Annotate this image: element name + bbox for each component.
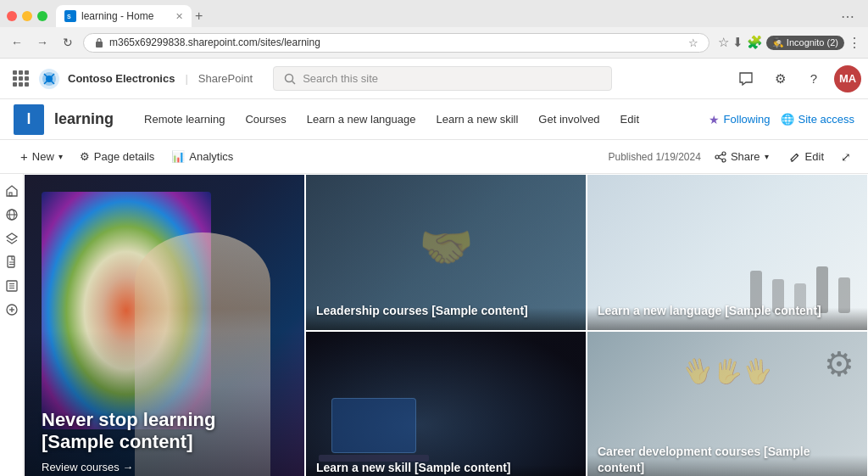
- hero-leadership-title: Leadership courses [Sample content]: [316, 304, 528, 317]
- nav-edit[interactable]: Edit: [610, 99, 649, 140]
- hero-leadership-overlay: Leadership courses [Sample content]: [306, 293, 586, 330]
- site-access-button[interactable]: 🌐 Site access: [781, 113, 854, 126]
- browser-toolbar-icons: ☆ ⬇ 🧩 🕵 Incognito (2) ⋮: [718, 35, 861, 51]
- search-placeholder: Search this site: [303, 72, 378, 85]
- hero-main-link[interactable]: Review courses →: [42, 461, 133, 473]
- forward-button[interactable]: →: [32, 32, 53, 53]
- svg-text:S: S: [67, 14, 71, 20]
- conversation-icon[interactable]: [732, 65, 760, 92]
- sidebar-layers-icon[interactable]: [2, 228, 22, 249]
- search-bar[interactable]: Search this site: [273, 66, 612, 91]
- new-tab-button[interactable]: +: [195, 9, 203, 23]
- hero-career-item[interactable]: ⚙ 🖐 🖐 🖐 Career development courses [Samp…: [587, 331, 868, 476]
- nav-get-involved[interactable]: Get involved: [528, 99, 609, 140]
- hero-career-title: Career development courses [Sample conte…: [598, 445, 810, 475]
- hero-skill-title: Learn a new skill [Sample content]: [316, 461, 511, 474]
- svg-line-7: [292, 81, 296, 84]
- svg-line-11: [719, 154, 722, 156]
- close-button-dot[interactable]: [7, 11, 17, 21]
- settings-icon[interactable]: ⚙: [766, 65, 793, 92]
- address-bar-icons: ☆: [688, 36, 698, 49]
- tab-favicon: S: [64, 10, 76, 22]
- hero-main-title: Never stop learning [Sample content]: [42, 409, 287, 453]
- tab-title: learning - Home: [81, 10, 153, 22]
- active-tab[interactable]: S learning - Home ✕: [56, 5, 192, 27]
- sidebar-home-icon[interactable]: [2, 181, 22, 201]
- help-icon[interactable]: ?: [800, 65, 827, 92]
- menu-icon[interactable]: ⋮: [848, 35, 861, 51]
- svg-point-10: [715, 155, 719, 159]
- secure-icon: [94, 37, 104, 48]
- expand-button[interactable]: ⤢: [837, 147, 854, 167]
- hero-career-overlay: Career development courses [Sample conte…: [587, 434, 867, 476]
- laptop-deco: [331, 398, 416, 453]
- site-title: learning: [54, 110, 114, 128]
- back-button[interactable]: ←: [7, 32, 27, 53]
- nav-learn-skill[interactable]: Learn a new skill: [426, 99, 529, 140]
- incognito-indicator: 🕵 Incognito (2): [766, 36, 844, 50]
- appbar-right-icons: ⚙ ? MA: [732, 65, 861, 92]
- page-toolbar: + New ▾ ⚙ Page details 📊 Analytics Publi…: [0, 140, 868, 174]
- svg-line-12: [719, 158, 722, 160]
- hero-main-item[interactable]: Never stop learning [Sample content] Rev…: [24, 174, 305, 476]
- share-button[interactable]: Share ▾: [708, 147, 776, 166]
- hero-language-item[interactable]: Learn a new language [Sample content]: [587, 174, 868, 331]
- main-layout: Never stop learning [Sample content] Rev…: [0, 174, 868, 476]
- star-icon: ★: [709, 113, 720, 126]
- hero-leadership-item[interactable]: 🤝 Leadership courses [Sample content]: [305, 174, 587, 331]
- chevron-down-icon: ▾: [58, 152, 63, 161]
- nav-learn-language[interactable]: Learn a new language: [297, 99, 426, 140]
- sidebar-globe-icon[interactable]: [2, 204, 22, 225]
- new-button[interactable]: + New ▾: [14, 146, 70, 167]
- hero-language-overlay: Learn a new language [Sample content]: [587, 293, 867, 330]
- waffle-icon: [13, 70, 29, 87]
- following-button[interactable]: ★ Following: [709, 113, 771, 126]
- page-details-button[interactable]: ⚙ Page details: [73, 147, 162, 166]
- contoso-logo: [37, 67, 61, 91]
- maximize-button-dot[interactable]: [37, 11, 47, 21]
- hero-grid: Never stop learning [Sample content] Rev…: [24, 174, 868, 476]
- toolbar-right: Published 1/19/2024 Share ▾ Edit ⤢: [608, 147, 854, 167]
- svg-point-6: [286, 74, 293, 81]
- download-icon[interactable]: ⬇: [732, 35, 743, 50]
- sidebar-add-icon[interactable]: [2, 300, 22, 320]
- edit-icon: [789, 151, 801, 163]
- chart-icon: 📊: [171, 150, 185, 163]
- svg-rect-2: [96, 42, 103, 48]
- minimize-button-dot[interactable]: [22, 11, 32, 21]
- tab-close-button[interactable]: ✕: [175, 11, 183, 22]
- share-chevron: ▾: [765, 152, 769, 161]
- user-avatar[interactable]: MA: [834, 65, 861, 92]
- nav-remote-learning[interactable]: Remote learning: [134, 99, 235, 140]
- app-launcher-button[interactable]: [7, 65, 34, 92]
- svg-line-13: [796, 154, 798, 155]
- browser-tabs: S learning - Home ✕ + ⋯: [0, 0, 868, 27]
- plus-icon: +: [20, 149, 28, 164]
- main-content: Never stop learning [Sample content] Rev…: [24, 174, 868, 476]
- site-header-right: ★ Following 🌐 Site access: [709, 113, 854, 126]
- site-header: l learning Remote learning Courses Learn…: [0, 99, 868, 140]
- nav-courses[interactable]: Courses: [235, 99, 296, 140]
- globe-icon: 🌐: [781, 113, 794, 126]
- search-icon: [284, 73, 296, 85]
- sidebar-document-icon[interactable]: [2, 252, 22, 272]
- window-minimize[interactable]: ⋯: [841, 8, 854, 25]
- edit-button[interactable]: Edit: [782, 147, 831, 166]
- browser-window-controls: ⋯: [841, 8, 861, 25]
- analytics-button[interactable]: 📊 Analytics: [164, 147, 240, 166]
- brand-name: Contoso Electronics: [68, 72, 175, 85]
- svg-point-8: [722, 152, 726, 155]
- product-name: SharePoint: [198, 72, 253, 85]
- brand-logo: Contoso Electronics | SharePoint: [37, 67, 253, 91]
- window-controls: [7, 11, 47, 21]
- bookmark-icon[interactable]: ☆: [718, 35, 729, 50]
- extension-icon[interactable]: 🧩: [747, 35, 763, 50]
- sidebar-list-icon[interactable]: [2, 276, 22, 296]
- sharepoint-appbar: Contoso Electronics | SharePoint Search …: [0, 59, 868, 99]
- hero-skill-item[interactable]: Learn a new skill [Sample content]: [305, 331, 587, 476]
- svg-point-9: [722, 159, 726, 162]
- url-text: m365x69299838.sharepoint.com/sites/learn…: [109, 36, 683, 48]
- reload-button[interactable]: ↻: [58, 32, 78, 53]
- address-bar[interactable]: m365x69299838.sharepoint.com/sites/learn…: [83, 33, 709, 53]
- left-sidebar: [0, 174, 24, 476]
